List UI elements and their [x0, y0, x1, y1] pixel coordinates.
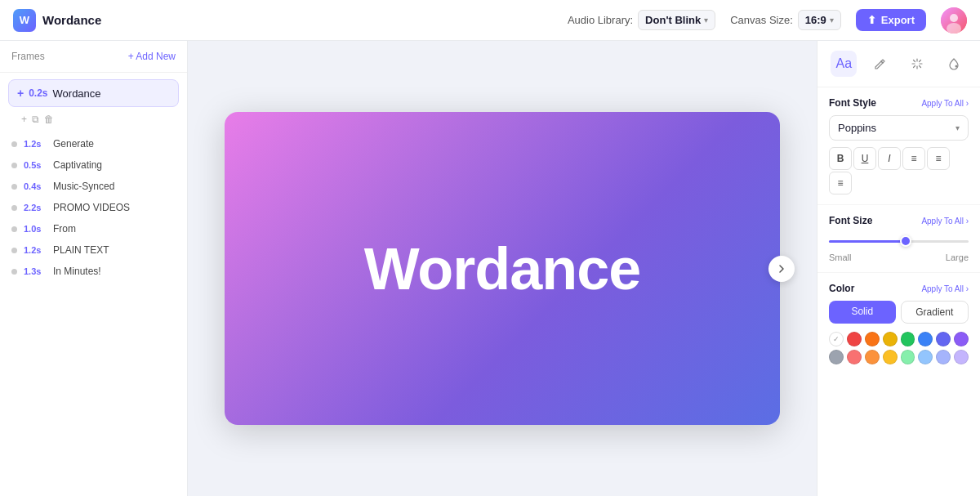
- color-swatch-blue[interactable]: [918, 332, 933, 346]
- color-swatch-gray[interactable]: [829, 350, 844, 364]
- font-size-slider[interactable]: [829, 233, 969, 249]
- color-swatch-green[interactable]: [901, 332, 915, 346]
- align-left-button[interactable]: ≡: [902, 147, 925, 170]
- main-layout: Frames + Add New + 0.2s Wordance + ⧉ 🗑 1…: [0, 41, 980, 496]
- font-style-header: Font Style Apply To All ›: [829, 97, 969, 109]
- italic-button[interactable]: I: [878, 147, 901, 170]
- plus-icon: +: [17, 87, 24, 100]
- timeline-item[interactable]: 1.2s Generate: [0, 133, 187, 154]
- app-header: W Wordance Audio Library: Don't Blink ▾ …: [0, 0, 980, 41]
- frame-actions: + ⧉ 🗑: [0, 114, 187, 130]
- timeline-time: 1.2s: [24, 245, 47, 255]
- timeline-text: Generate: [53, 138, 94, 150]
- solid-mode-button[interactable]: Solid: [829, 301, 896, 324]
- add-new-button[interactable]: + Add New: [128, 51, 176, 62]
- font-style-apply-all[interactable]: Apply To All ›: [921, 99, 969, 108]
- align-right-button[interactable]: ≡: [829, 172, 852, 194]
- timeline-item[interactable]: 0.4s Music-Synced: [0, 176, 187, 197]
- color-mode-buttons: Solid Gradient: [829, 301, 969, 324]
- color-section: Color Apply To All › Solid Gradient ✓: [817, 273, 980, 374]
- color-swatch-purple-light[interactable]: [954, 350, 969, 364]
- gradient-mode-button[interactable]: Gradient: [901, 301, 969, 324]
- color-row-1: ✓: [829, 332, 969, 346]
- canvas-size-info: Canvas Size: 16:9 ▾: [730, 10, 841, 30]
- canvas-area: Wordance: [188, 41, 817, 496]
- chevron-right-icon: [777, 264, 786, 274]
- font-size-apply-all[interactable]: Apply To All ›: [921, 217, 969, 226]
- align-center-button[interactable]: ≡: [927, 147, 950, 170]
- canvas-size-label: Canvas Size:: [730, 14, 793, 26]
- color-swatch-purple[interactable]: [954, 332, 969, 346]
- timeline-item[interactable]: 1.3s In Minutes!: [0, 261, 187, 282]
- size-min-label: Small: [829, 252, 852, 262]
- timeline-time: 2.2s: [24, 203, 47, 212]
- delete-frame-icon[interactable]: 🗑: [44, 114, 54, 125]
- active-frame[interactable]: + 0.2s Wordance: [8, 79, 179, 107]
- canvas-size-value: 16:9: [805, 14, 826, 26]
- canvas-frame: Wordance: [225, 112, 780, 425]
- timeline-time: 1.0s: [24, 224, 47, 234]
- color-swatch-red-light[interactable]: [847, 350, 862, 364]
- timeline-dot: [11, 226, 17, 232]
- color-swatch-white[interactable]: ✓: [829, 332, 844, 346]
- avatar[interactable]: [941, 7, 967, 34]
- audio-library-label: Audio Library:: [568, 14, 633, 26]
- paint-drop-icon: [947, 57, 960, 70]
- color-swatch-indigo[interactable]: [936, 332, 951, 346]
- timeline-text: PLAIN TEXT: [53, 244, 109, 256]
- font-family-dropdown[interactable]: Poppins ▾: [829, 115, 969, 141]
- tab-text[interactable]: Aa: [831, 51, 857, 77]
- timeline-text: Music-Synced: [53, 181, 114, 192]
- timeline-item[interactable]: 1.2s PLAIN TEXT: [0, 239, 187, 261]
- color-swatch-yellow-light[interactable]: [883, 350, 898, 364]
- format-buttons: B U I ≡ ≡ ≡: [829, 147, 969, 194]
- font-family-value: Poppins: [838, 122, 876, 134]
- frame-label: Wordance: [53, 87, 170, 100]
- logo-icon: W: [13, 9, 36, 32]
- canvas-size-dropdown[interactable]: 16:9 ▾: [798, 10, 841, 30]
- tab-color[interactable]: [941, 51, 967, 77]
- timeline-text: Captivating: [53, 159, 102, 171]
- underline-button[interactable]: U: [853, 147, 876, 170]
- add-frame-icon[interactable]: +: [21, 114, 27, 125]
- copy-frame-icon[interactable]: ⧉: [32, 114, 39, 125]
- slider-thumb[interactable]: [900, 235, 911, 247]
- tab-effects[interactable]: [904, 51, 930, 77]
- timeline-text: PROMO VIDEOS: [53, 202, 130, 213]
- export-button[interactable]: ⬆ Export: [856, 9, 926, 31]
- font-style-label: Font Style: [829, 97, 876, 109]
- timeline-time: 0.5s: [24, 160, 47, 170]
- chevron-down-icon: ▾: [704, 16, 708, 25]
- audio-track-dropdown[interactable]: Don't Blink ▾: [638, 10, 715, 30]
- logo: W Wordance: [13, 9, 101, 32]
- bold-button[interactable]: B: [829, 147, 852, 170]
- timeline-time: 0.4s: [24, 181, 47, 191]
- timeline-item[interactable]: 1.0s From: [0, 218, 187, 239]
- color-row-2: [829, 350, 969, 364]
- timeline-item[interactable]: 2.2s PROMO VIDEOS: [0, 197, 187, 218]
- font-size-header: Font Size Apply To All ›: [829, 215, 969, 226]
- font-size-section: Font Size Apply To All › Small Large: [817, 205, 980, 273]
- timeline-dot: [11, 141, 17, 147]
- canvas-main-text[interactable]: Wordance: [364, 235, 641, 302]
- font-style-section: Font Style Apply To All › Poppins ▾ B U …: [817, 87, 980, 205]
- chevron-down-icon: ▾: [956, 123, 960, 132]
- audio-track-name: Don't Blink: [645, 14, 701, 26]
- audio-library-info: Audio Library: Don't Blink ▾: [568, 10, 715, 30]
- tab-style[interactable]: [867, 51, 893, 77]
- pencil-icon: [874, 57, 887, 70]
- timeline-list: 1.2s Generate 0.5s Captivating 0.4s Musi…: [0, 130, 187, 496]
- color-swatch-blue-light[interactable]: [918, 350, 933, 364]
- color-swatch-orange-light[interactable]: [865, 350, 880, 364]
- color-swatch-red[interactable]: [847, 332, 862, 346]
- color-swatch-green-light[interactable]: [901, 350, 915, 364]
- color-apply-all[interactable]: Apply To All ›: [921, 284, 969, 293]
- color-swatch-indigo-light[interactable]: [936, 350, 951, 364]
- color-swatch-yellow[interactable]: [883, 332, 898, 346]
- next-frame-arrow[interactable]: [768, 256, 795, 282]
- color-swatch-orange[interactable]: [865, 332, 880, 346]
- timeline-item[interactable]: 0.5s Captivating: [0, 154, 187, 176]
- timeline-time: 1.3s: [24, 266, 47, 276]
- export-icon: ⬆: [867, 14, 876, 26]
- timeline-dot: [11, 184, 17, 190]
